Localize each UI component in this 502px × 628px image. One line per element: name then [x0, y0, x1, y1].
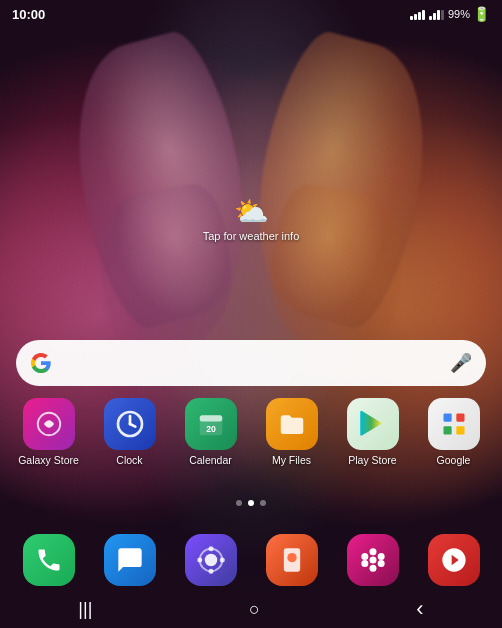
dock-icon-camera-app[interactable]: [428, 534, 480, 586]
battery-percent: 99%: [448, 8, 470, 20]
svg-rect-6: [199, 415, 222, 421]
app-icon-play-store: [347, 398, 399, 450]
svg-point-25: [361, 553, 368, 560]
svg-point-24: [361, 560, 368, 567]
home-button[interactable]: ○: [237, 595, 272, 624]
dock-icon-phone[interactable]: [23, 534, 75, 586]
status-bar: 10:00 99% 🔋: [0, 0, 502, 28]
mic-icon[interactable]: 🎤: [450, 352, 472, 374]
recent-apps-button[interactable]: |||: [66, 595, 104, 624]
svg-point-22: [377, 560, 384, 567]
weather-widget[interactable]: ⛅ Tap for weather info: [203, 195, 300, 242]
app-grid: Galaxy StoreClock20CalendarMy Files Play…: [0, 398, 502, 466]
status-icons: 99% 🔋: [410, 6, 490, 22]
app-item-google[interactable]: Google: [418, 398, 490, 466]
svg-point-20: [369, 548, 376, 555]
svg-rect-9: [456, 414, 464, 422]
app-label-google: Google: [437, 454, 471, 466]
app-label-play-store: Play Store: [348, 454, 396, 466]
app-icon-my-files: [266, 398, 318, 450]
page-dots: [236, 500, 266, 506]
app-label-my-files: My Files: [272, 454, 311, 466]
search-bar[interactable]: 🎤: [16, 340, 486, 386]
page-dot-1[interactable]: [248, 500, 254, 506]
app-item-my-files[interactable]: My Files: [256, 398, 328, 466]
svg-text:20: 20: [206, 424, 216, 434]
app-icon-clock: [104, 398, 156, 450]
dock-icon-galaxy-app[interactable]: [185, 534, 237, 586]
svg-point-15: [208, 569, 213, 574]
svg-rect-11: [456, 426, 464, 434]
svg-rect-19: [287, 553, 296, 562]
svg-point-12: [204, 554, 217, 567]
nav-bar: ||| ○ ‹: [0, 590, 502, 628]
dock-icon-messages[interactable]: [104, 534, 156, 586]
app-icon-google: [428, 398, 480, 450]
app-icon-calendar: 20: [185, 398, 237, 450]
app-item-clock[interactable]: Clock: [94, 398, 166, 466]
svg-point-16: [197, 558, 202, 563]
svg-point-17: [219, 558, 224, 563]
google-g-icon: [30, 352, 52, 374]
dock-bar: [0, 534, 502, 586]
svg-point-21: [377, 553, 384, 560]
dock-icon-char-app[interactable]: [266, 534, 318, 586]
svg-point-4: [128, 423, 131, 426]
app-item-galaxy-store[interactable]: Galaxy Store: [13, 398, 85, 466]
weather-tap-text[interactable]: Tap for weather info: [203, 230, 300, 242]
svg-point-23: [369, 565, 376, 572]
page-dot-2[interactable]: [260, 500, 266, 506]
app-label-calendar: Calendar: [189, 454, 232, 466]
back-button[interactable]: ‹: [404, 592, 435, 626]
app-label-clock: Clock: [116, 454, 142, 466]
svg-rect-10: [443, 426, 451, 434]
app-item-play-store[interactable]: Play Store: [337, 398, 409, 466]
wifi-icon: [429, 8, 444, 20]
app-label-galaxy-store: Galaxy Store: [18, 454, 79, 466]
battery-icon: 99% 🔋: [448, 6, 490, 22]
svg-rect-8: [443, 414, 451, 422]
page-dot-0[interactable]: [236, 500, 242, 506]
status-time: 10:00: [12, 7, 45, 22]
dock-icon-blossom[interactable]: [347, 534, 399, 586]
svg-point-14: [208, 546, 213, 551]
svg-point-26: [369, 557, 376, 564]
weather-icon: ⛅: [234, 195, 269, 228]
app-icon-galaxy-store: [23, 398, 75, 450]
app-item-calendar[interactable]: 20Calendar: [175, 398, 247, 466]
signal-icon: [410, 8, 425, 20]
